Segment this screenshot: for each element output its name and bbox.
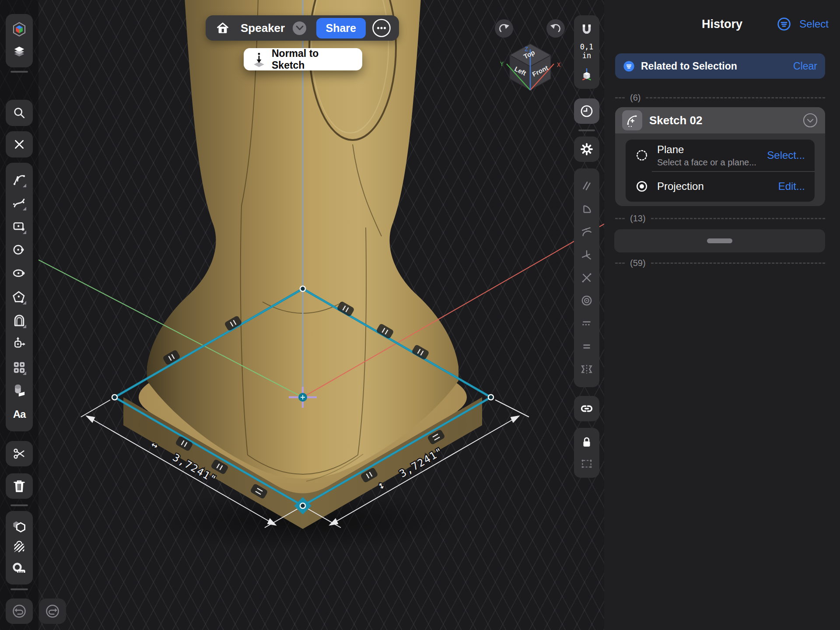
project-group xyxy=(6,14,33,67)
text-tool-label: Aa xyxy=(13,408,26,420)
intersection-constraint-icon[interactable] xyxy=(580,271,593,284)
move-sketch-tool[interactable] xyxy=(10,334,29,354)
layers-icon[interactable] xyxy=(11,45,27,60)
close-button[interactable] xyxy=(6,131,33,158)
symmetric-constraint-icon[interactable] xyxy=(580,363,593,376)
sketch-tools-group: Aa xyxy=(6,163,33,431)
text-tool[interactable]: Aa xyxy=(10,405,29,424)
parallel-constraint-icon[interactable] xyxy=(580,179,593,192)
ellipse-tool[interactable] xyxy=(10,264,29,283)
midpoint-constraint-icon[interactable] xyxy=(580,317,593,330)
circle-tool[interactable] xyxy=(10,241,29,260)
history-clock-icon xyxy=(580,104,594,118)
group-count: (13) xyxy=(630,214,646,224)
normal-to-sketch-label: Normal to Sketch xyxy=(272,48,354,71)
sketch-card-title: Sketch 02 xyxy=(649,114,702,127)
projection-edit-button[interactable]: Edit... xyxy=(778,180,805,192)
svg-text:X: X xyxy=(557,61,561,68)
plane-icon xyxy=(635,149,648,162)
collapsed-item-pill xyxy=(707,238,732,243)
trash-icon xyxy=(13,479,26,493)
home-icon[interactable] xyxy=(215,21,230,35)
dock-divider xyxy=(10,71,28,73)
group-divider: (13) xyxy=(615,214,825,224)
slot-tool[interactable] xyxy=(10,311,29,330)
project-cube-icon[interactable] xyxy=(11,21,27,37)
equal-constraint-icon[interactable] xyxy=(580,340,593,353)
line-arc-tool[interactable] xyxy=(10,170,29,189)
marquee-select-icon[interactable] xyxy=(580,457,593,470)
link-icon xyxy=(580,402,594,416)
clear-filter-button[interactable]: Clear xyxy=(793,60,817,72)
delete-button[interactable] xyxy=(6,473,33,499)
sketch-card-body: Plane Select a face or a plane... Select… xyxy=(626,140,815,202)
plane-row[interactable]: Plane Select a face or a plane... Select… xyxy=(626,140,815,171)
history-select-button[interactable]: Select xyxy=(799,18,829,30)
redo-button[interactable] xyxy=(39,598,66,624)
plane-hint: Select a face or a plane... xyxy=(657,158,756,168)
history-toggle-button[interactable] xyxy=(574,98,599,124)
sketch-icon xyxy=(622,110,642,130)
group-count: (59) xyxy=(630,258,646,268)
scissors-icon xyxy=(12,447,26,461)
svg-text:Z: Z xyxy=(525,46,528,52)
material-icon[interactable] xyxy=(12,519,27,534)
perpendicular-constraint-icon[interactable] xyxy=(580,203,593,216)
redo-icon xyxy=(45,603,60,619)
share-button[interactable]: Share xyxy=(316,18,366,38)
project-body-tool[interactable] xyxy=(10,381,29,400)
tangent-constraint-icon[interactable] xyxy=(580,225,593,238)
section-view-icon[interactable] xyxy=(12,540,27,555)
link-button[interactable] xyxy=(574,396,599,421)
undo-button[interactable] xyxy=(6,598,33,624)
concentric-constraint-icon[interactable] xyxy=(580,294,593,307)
group-divider: (6) xyxy=(615,93,825,103)
chip-label: Related to Selection xyxy=(641,60,737,72)
viewport-3d[interactable]: ↔ 3,7241" ↕ 3,7241" xyxy=(0,0,604,630)
group-count: (6) xyxy=(630,93,640,103)
rail-divider xyxy=(578,130,595,131)
settings-button[interactable] xyxy=(574,136,599,162)
lock-icon[interactable] xyxy=(580,436,593,449)
history-item-sketch-02[interactable]: Sketch 02 Plane Select a face or a plane… xyxy=(615,107,825,206)
sketch-card-header[interactable]: Sketch 02 xyxy=(615,107,825,133)
orientation-cube-icon[interactable] xyxy=(580,67,593,81)
app-window: ↔ 3,7241" ↕ 3,7241" xyxy=(0,0,840,630)
inspect-tools-group xyxy=(6,511,33,584)
undo-icon xyxy=(11,603,27,619)
related-to-selection-chip[interactable]: Related to Selection Clear xyxy=(615,53,825,79)
coincident-constraint-icon[interactable] xyxy=(580,248,593,262)
trim-button[interactable] xyxy=(6,441,33,466)
group-divider: (59) xyxy=(615,258,825,268)
collapse-chevron-icon[interactable] xyxy=(802,112,818,128)
more-options-button[interactable] xyxy=(372,18,391,38)
view-cube[interactable]: Top Left Front Y X Z xyxy=(500,44,561,90)
chevron-down-icon[interactable] xyxy=(293,21,306,35)
spline-tool[interactable] xyxy=(10,193,29,213)
collapsed-history-item[interactable] xyxy=(614,229,825,252)
magnet-icon[interactable] xyxy=(580,23,593,36)
projection-row[interactable]: Projection Edit... xyxy=(626,171,815,202)
snap-units-group: 0,1in xyxy=(574,15,599,89)
plane-select-button[interactable]: Select... xyxy=(767,149,805,161)
view-redo-button[interactable] xyxy=(495,19,513,38)
normal-to-sketch-icon xyxy=(252,52,266,67)
projection-label: Projection xyxy=(657,180,704,192)
close-icon xyxy=(13,138,26,151)
history-panel: History Select Related to Selection Clea… xyxy=(604,0,840,630)
normal-to-sketch-button[interactable]: Normal to Sketch xyxy=(244,48,362,70)
document-title[interactable]: Speaker xyxy=(241,21,285,35)
rectangle-tool[interactable] xyxy=(10,217,29,236)
filter-filled-icon xyxy=(623,60,635,72)
document-toolbar: Speaker Share xyxy=(206,15,399,41)
filter-icon[interactable] xyxy=(777,17,791,32)
view-undo-button[interactable] xyxy=(546,19,565,38)
measure-tape-icon[interactable] xyxy=(12,562,27,577)
units-indicator[interactable]: 0,1in xyxy=(580,43,594,60)
view-cube-widget[interactable]: Top Left Front Y X Z xyxy=(492,11,573,98)
history-header: History Select xyxy=(604,0,840,48)
polygon-tool[interactable] xyxy=(10,287,29,307)
settings-gear-icon xyxy=(580,142,594,156)
search-button[interactable] xyxy=(6,100,33,126)
pattern-tool[interactable] xyxy=(10,358,29,377)
